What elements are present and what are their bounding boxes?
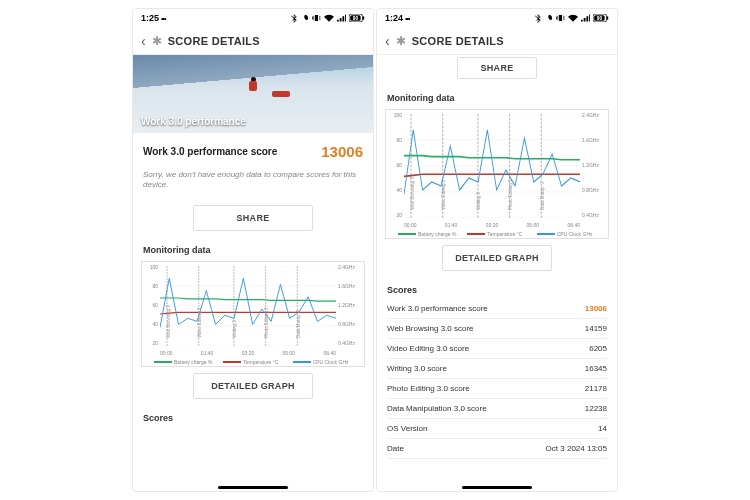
score-val: 6205 [589, 344, 607, 353]
score-key: Writing 3.0 score [387, 364, 447, 373]
status-bar: 1:24 ••• 90 [377, 9, 617, 27]
detailed-graph-button[interactable]: DETAILED GRAPH [193, 373, 313, 399]
status-time: 1:24 [385, 13, 403, 23]
score-key: Video Editing 3.0 score [387, 344, 469, 353]
svg-rect-2 [363, 16, 365, 19]
monitoring-title: Monitoring data [377, 85, 617, 107]
moon-icon [301, 14, 309, 22]
hero-caption: Work 3.0 performance [141, 116, 246, 127]
svg-text:90: 90 [353, 16, 359, 21]
skier-illustration [248, 77, 258, 95]
screenshot-left: 1:25 ••• 90 ‹ ✱ SCORE DETAILS Work 3.0 p… [132, 8, 374, 492]
svg-rect-16 [607, 16, 609, 19]
table-row: Video Editing 3.0 score6205 [387, 339, 607, 359]
share-button[interactable]: SHARE [193, 205, 313, 231]
score-key: Date [387, 444, 404, 453]
wifi-icon [568, 14, 578, 22]
status-bar: 1:25 ••• 90 [133, 9, 373, 27]
table-row: Photo Editing 3.0 score21178 [387, 379, 607, 399]
score-val: 12238 [585, 404, 607, 413]
home-indicator[interactable] [218, 486, 288, 489]
monitoring-chart: 100806040202.4GHz1.6GHz1.2GHz0.8GHz0.4GH… [141, 261, 365, 367]
vibrate-icon [312, 14, 321, 22]
signal-icon [337, 14, 346, 22]
moon-icon [545, 14, 553, 22]
score-val: 14159 [585, 324, 607, 333]
back-icon[interactable]: ‹ [385, 33, 390, 49]
status-icons-right: 90 [535, 14, 609, 23]
score-value: 13006 [321, 143, 363, 160]
table-row: OS Version14 [387, 419, 607, 439]
no-compare-message: Sorry, we don't have enough data to comp… [133, 166, 373, 199]
score-key: Photo Editing 3.0 score [387, 384, 470, 393]
share-button[interactable]: SHARE [457, 57, 537, 79]
wifi-icon [324, 14, 334, 22]
scores-title: Scores [377, 277, 617, 299]
table-row: Work 3.0 performance score13006 [387, 299, 607, 319]
vibrate-icon [556, 14, 565, 22]
signal-icon [581, 14, 590, 22]
battery-icon: 90 [593, 14, 609, 22]
scores-title: Scores [133, 405, 373, 427]
score-key: Work 3.0 performance score [387, 304, 488, 313]
status-icons-right: 90 [291, 14, 365, 23]
table-row: Writing 3.0 score16345 [387, 359, 607, 379]
score-val: 14 [598, 424, 607, 433]
title-bar: ‹ ✱ SCORE DETAILS [377, 27, 617, 55]
status-more-icon: ••• [161, 15, 165, 22]
table-row: Data Manipulation 3.0 score12238 [387, 399, 607, 419]
svg-text:90: 90 [597, 16, 603, 21]
screenshot-right: 1:24 ••• 90 ‹ ✱ SCORE DETAILS SHARE Moni… [376, 8, 618, 492]
title-bar: ‹ ✱ SCORE DETAILS [133, 27, 373, 55]
score-key: OS Version [387, 424, 427, 433]
home-indicator[interactable] [462, 486, 532, 489]
score-key: Web Browsing 3.0 score [387, 324, 474, 333]
page-title: SCORE DETAILS [168, 35, 260, 47]
hero-image: Work 3.0 performance [133, 55, 373, 133]
monitoring-chart: 100806040202.4GHz1.6GHz1.2GHz0.8GHz0.4GH… [385, 109, 609, 239]
status-more-icon: ••• [405, 15, 409, 22]
bluetooth-icon [291, 14, 298, 23]
table-row: Web Browsing 3.0 score14159 [387, 319, 607, 339]
score-val: Oct 3 2024 13:05 [546, 444, 607, 453]
score-key: Data Manipulation 3.0 score [387, 404, 487, 413]
score-row: Work 3.0 performance score 13006 [133, 133, 373, 166]
monitoring-title: Monitoring data [133, 237, 373, 259]
snowflake-icon: ✱ [396, 34, 406, 48]
status-time: 1:25 [141, 13, 159, 23]
scores-table: Work 3.0 performance score13006Web Brows… [377, 299, 617, 459]
battery-icon: 90 [349, 14, 365, 22]
score-val: 13006 [585, 304, 607, 313]
back-icon[interactable]: ‹ [141, 33, 146, 49]
snowflake-icon: ✱ [152, 34, 162, 48]
score-val: 16345 [585, 364, 607, 373]
page-title: SCORE DETAILS [412, 35, 504, 47]
detailed-graph-button[interactable]: DETAILED GRAPH [442, 245, 552, 271]
table-row: DateOct 3 2024 13:05 [387, 439, 607, 459]
score-label: Work 3.0 performance score [143, 146, 277, 157]
bluetooth-icon [535, 14, 542, 23]
score-val: 21178 [585, 384, 607, 393]
